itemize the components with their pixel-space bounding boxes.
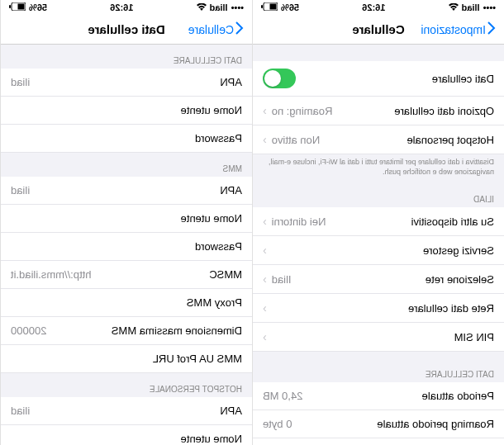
back-label: Impostazioni xyxy=(421,23,486,36)
row-mms-ua[interactable]: MMS UA Prof URL xyxy=(1,345,252,373)
row-label: Su altri dispositivi xyxy=(411,215,494,228)
nav-bar: Cellulare Dati cellulare xyxy=(1,15,252,45)
row-dim-max-mms[interactable]: Dimensione massima MMS 200000 xyxy=(1,317,252,345)
row-roaming-periodo: Roaming periodo attuale 0 byte xyxy=(253,410,504,438)
row-apn[interactable]: APN iliad xyxy=(1,69,252,97)
svg-rect-2 xyxy=(261,5,263,8)
row-value: iliad xyxy=(11,184,30,196)
row-label: Password xyxy=(195,132,242,144)
carrier-label: Iliad xyxy=(210,2,228,12)
status-bar: •••• Iliad 16:26 56% xyxy=(1,0,252,15)
content-area: DATI CELLULARE APN iliad Nome utente Pas… xyxy=(1,45,252,445)
chevron-right-icon: › xyxy=(263,244,267,257)
row-nome-utente-mms[interactable]: Nome utente xyxy=(1,205,252,233)
wifi-icon xyxy=(449,2,459,12)
row-proxy-mms[interactable]: Proxy MMS xyxy=(1,289,252,317)
row-value: 200000 xyxy=(11,324,46,337)
row-value: 0 byte xyxy=(263,418,292,430)
battery-icon xyxy=(9,2,26,12)
row-label: APN xyxy=(220,76,242,88)
row-label: APN xyxy=(220,405,242,417)
row-servizi-sistema[interactable]: Servizi di sistema 16,5 MB› xyxy=(253,438,504,445)
row-label: Nome utente xyxy=(181,104,242,116)
section-header-hotspot: HOTSPOT PERSONALE xyxy=(1,373,252,397)
battery-percent: 56% xyxy=(29,2,47,12)
chevron-right-icon: › xyxy=(263,133,267,146)
section-header-mms: MMS xyxy=(1,153,252,177)
row-apn-hotspot[interactable]: APN iliad xyxy=(1,397,252,425)
row-value: iliad xyxy=(11,405,30,417)
row-label: APN xyxy=(220,184,242,196)
row-selezione-rete[interactable]: Selezione rete Iliad› xyxy=(253,265,504,294)
screen-dati-cellulare: •••• Iliad 16:26 56% Cellulare Dati cell… xyxy=(0,0,252,445)
row-label: Nome utente xyxy=(181,433,242,445)
page-title: Dati cellulare xyxy=(88,22,164,36)
row-value: 24,0 MB xyxy=(263,390,302,402)
chevron-left-icon xyxy=(235,21,244,37)
svg-rect-5 xyxy=(9,5,11,8)
row-label: Proxy MMS xyxy=(187,296,242,309)
row-label: MMS UA Prof URL xyxy=(153,353,242,365)
row-label: Roaming periodo attuale xyxy=(377,418,494,430)
row-password-mms[interactable]: Password xyxy=(1,233,252,261)
row-label: Opzioni dati cellulare xyxy=(394,105,494,117)
row-label: MMSC xyxy=(209,268,242,281)
row-opzioni-dati[interactable]: Opzioni dati cellulare Roaming: no› xyxy=(253,97,504,125)
row-label: Servizi gestore xyxy=(423,244,494,257)
row-su-altri[interactable]: Su altri dispositivi Nei dintorni› xyxy=(253,207,504,236)
back-button[interactable]: Impostazioni xyxy=(421,21,496,37)
row-value: Nei dintorni xyxy=(272,215,326,228)
row-dati-cellulare[interactable]: Dati cellulare xyxy=(253,61,504,97)
section-note: Disattiva i dati cellulare per limitare … xyxy=(253,154,504,183)
row-periodo: Periodo attuale 24,0 MB xyxy=(253,382,504,410)
row-servizi-gestore[interactable]: Servizi gestore › xyxy=(253,236,504,265)
clock: 16:26 xyxy=(362,2,385,12)
row-apn-mms[interactable]: APN iliad xyxy=(1,177,252,205)
chevron-right-icon: › xyxy=(263,215,267,228)
chevron-left-icon xyxy=(487,21,496,37)
toggle-switch[interactable] xyxy=(263,69,296,88)
svg-rect-1 xyxy=(270,4,277,10)
battery-percent: 56% xyxy=(281,2,299,12)
row-value: Iliad xyxy=(272,273,292,286)
section-header-dati: DATI CELLULARE xyxy=(253,352,504,382)
back-label: Cellulare xyxy=(188,23,234,36)
row-value: http://mms.iliad.it xyxy=(11,268,92,281)
back-button[interactable]: Cellulare xyxy=(188,21,244,37)
row-hotspot[interactable]: Hotspot personale Non attivo› xyxy=(253,125,504,154)
row-label: Rete dati cellulare xyxy=(408,302,494,315)
chevron-right-icon: › xyxy=(263,301,267,315)
signal-icon: •••• xyxy=(231,2,244,12)
clock: 16:26 xyxy=(110,2,133,12)
row-rete-dati[interactable]: Rete dati cellulare › xyxy=(253,294,504,323)
row-label: Dimensione massima MMS xyxy=(112,324,242,337)
row-nome-utente[interactable]: Nome utente xyxy=(1,97,252,125)
row-password[interactable]: Password xyxy=(1,125,252,153)
section-header-dati-cellulare: DATI CELLULARE xyxy=(1,45,252,69)
row-label: Nome utente xyxy=(181,212,242,225)
svg-rect-4 xyxy=(18,4,25,10)
nav-bar: Impostazioni Cellulare xyxy=(253,15,504,45)
row-label: Password xyxy=(195,240,242,253)
carrier-label: Iliad xyxy=(462,2,480,12)
row-mmsc[interactable]: MMSC http://mms.iliad.it xyxy=(1,261,252,289)
status-bar: •••• Iliad 16:26 56% xyxy=(253,0,504,15)
chevron-right-icon: › xyxy=(263,330,267,343)
section-header-iliad: ILIAD xyxy=(253,183,504,207)
row-label: Selezione rete xyxy=(426,273,494,286)
chevron-right-icon: › xyxy=(263,104,267,117)
battery-icon xyxy=(261,2,278,12)
row-label: Dati cellulare xyxy=(432,73,494,85)
row-value: iliad xyxy=(11,76,30,88)
wifi-icon xyxy=(197,2,207,12)
signal-icon: •••• xyxy=(483,2,496,12)
row-nome-utente-hotspot[interactable]: Nome utente xyxy=(1,425,252,445)
screen-cellulare: •••• Iliad 16:26 56% Impostazioni Cellul… xyxy=(252,0,504,445)
row-label: Periodo attuale xyxy=(422,390,494,402)
row-pin-sim[interactable]: PIN SIM › xyxy=(253,323,504,352)
chevron-right-icon: › xyxy=(263,272,267,286)
row-value: Roaming: no xyxy=(272,105,333,117)
row-value: Non attivo xyxy=(272,134,321,146)
page-title: Cellulare xyxy=(352,22,404,36)
row-label: PIN SIM xyxy=(454,331,494,343)
